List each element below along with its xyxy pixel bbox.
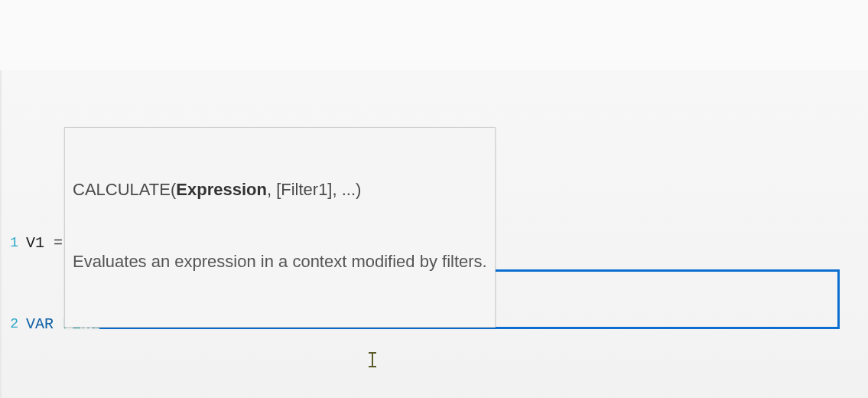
sig-bold: Expression: [176, 180, 267, 199]
keyword-var: VAR: [26, 315, 54, 333]
intellisense-tooltip: CALCULATE(Expression, [Filter1], ...) Ev…: [64, 127, 496, 328]
code-editor[interactable]: CALCULATE(Expression, [Filter1], ...) Ev…: [0, 70, 868, 398]
sig-suf: , [Filter1], ...): [267, 180, 361, 199]
tooltip-signature: CALCULATE(Expression, [Filter1], ...): [73, 178, 487, 202]
sig-pre: CALCULATE(: [73, 180, 176, 199]
measure-name: V1: [26, 234, 44, 252]
line-3[interactable]: 3: [2, 391, 868, 398]
gutter-3: 3: [2, 391, 21, 398]
tooltip-description: Evaluates an expression in a context mod…: [73, 250, 487, 274]
eq-1: =: [44, 234, 63, 252]
gutter-1: 1: [2, 229, 21, 257]
gutter-2: 2: [2, 310, 21, 338]
text-cursor-icon: [369, 352, 376, 367]
